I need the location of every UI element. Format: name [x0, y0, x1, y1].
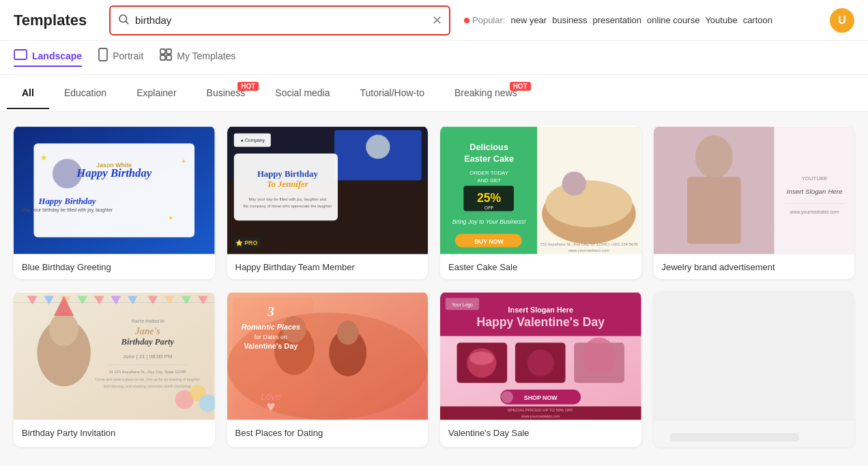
- svg-text:732 Anywhere St., Any City, ST: 732 Anywhere St., Any City, ST 12345 | +…: [540, 242, 638, 246]
- svg-rect-9: [33, 143, 194, 237]
- svg-point-21: [366, 135, 390, 159]
- my-templates-icon: [160, 48, 172, 63]
- template-label-team-member: Happy Birthday Team Member: [227, 255, 429, 279]
- svg-rect-6: [160, 55, 165, 60]
- svg-text:Birthday Party: Birthday Party: [121, 337, 175, 347]
- svg-text:25%: 25%: [477, 191, 502, 205]
- svg-text:June | 21 | 08:00 PM: June | 21 | 08:00 PM: [123, 353, 172, 360]
- svg-point-112: [501, 391, 513, 403]
- template-card-jewelry[interactable]: YOUTUBE Insert Slogan Here www.yourmedia…: [654, 126, 855, 279]
- svg-text:✦: ✦: [168, 214, 173, 222]
- tag-youtube[interactable]: Youtube: [705, 15, 737, 25]
- popular-dot-icon: [464, 18, 469, 23]
- tag-presentation[interactable]: presentation: [592, 15, 641, 25]
- tag-cartoon[interactable]: cartoon: [743, 15, 772, 25]
- page-title: Templates: [14, 12, 96, 29]
- cat-tab-explainer[interactable]: Explainer: [121, 78, 191, 109]
- svg-text:★: ★: [40, 153, 48, 162]
- cat-tab-business[interactable]: Business HOT: [192, 78, 261, 109]
- svg-text:AND GET: AND GET: [477, 177, 501, 184]
- landscape-icon: [14, 49, 27, 63]
- svg-text:✦: ✦: [181, 158, 186, 165]
- svg-point-108: [469, 351, 493, 365]
- thumb-empty: [654, 291, 855, 421]
- tab-landscape[interactable]: Landscape: [14, 49, 82, 67]
- cat-tab-breaking-news[interactable]: Breaking news HOT: [439, 78, 532, 109]
- svg-point-45: [545, 180, 633, 227]
- cat-label-breaking-news: Breaking news: [454, 87, 517, 98]
- template-content: Happy Birthday May your birthday be fill…: [0, 112, 868, 461]
- tab-portrait[interactable]: Portrait: [98, 48, 143, 68]
- svg-text:● Company: ● Company: [240, 138, 265, 143]
- svg-text:3: 3: [266, 304, 274, 319]
- hot-badge-business: HOT: [237, 82, 259, 91]
- svg-text:OFF: OFF: [484, 205, 494, 210]
- svg-text:Valentine's Day: Valentine's Day: [244, 342, 298, 350]
- svg-rect-4: [160, 49, 165, 54]
- svg-text:May your birthday be filled wi: May your birthday be filled with joy, la…: [22, 207, 113, 213]
- thumb-best-places: 3 Romantic Places for Dates on Valentine…: [227, 291, 429, 421]
- svg-text:www.yourmediabiz.com: www.yourmediabiz.com: [789, 209, 839, 215]
- svg-text:Romantic Places: Romantic Places: [241, 323, 300, 331]
- cat-label-social-media: Social media: [275, 87, 330, 98]
- template-card-easter-cake[interactable]: Delicious Easter Cake ORDER TODAY AND GE…: [440, 126, 641, 279]
- search-input[interactable]: [135, 14, 432, 26]
- svg-text:and dancing, and creating memo: and dancing, and creating memories worth…: [104, 384, 192, 388]
- template-card-empty: [654, 291, 855, 447]
- svg-text:Bring Joy to Your Business!: Bring Joy to Your Business!: [452, 218, 526, 225]
- svg-text:⭐ PRO: ⭐ PRO: [235, 239, 257, 247]
- user-avatar[interactable]: U: [830, 8, 854, 33]
- tab-my-templates[interactable]: My Templates: [160, 48, 235, 68]
- cat-tab-education[interactable]: Education: [49, 78, 121, 109]
- template-card-blue-birthday[interactable]: Happy Birthday May your birthday be fill…: [14, 126, 215, 279]
- cat-tab-social-media[interactable]: Social media: [260, 78, 345, 109]
- thumb-blue-birthday: Happy Birthday May your birthday be fill…: [14, 126, 215, 255]
- cat-tab-tutorial[interactable]: Tutorial/How-to: [345, 78, 439, 109]
- cat-tab-all[interactable]: All: [7, 78, 49, 109]
- tab-my-templates-label: My Templates: [177, 50, 235, 61]
- thumb-jewelry: YOUTUBE Insert Slogan Here www.yourmedia…: [654, 126, 855, 255]
- svg-point-90: [336, 321, 358, 345]
- template-card-best-places[interactable]: 3 Romantic Places for Dates on Valentine…: [227, 291, 429, 447]
- template-label-birthday-party: Birthday Party Invitation: [14, 421, 215, 445]
- svg-point-110: [582, 338, 616, 375]
- hot-badge-breaking-news: HOT: [510, 82, 531, 91]
- search-bar: ✕: [109, 5, 450, 35]
- svg-text:You're invited to: You're invited to: [131, 319, 164, 323]
- svg-point-109: [527, 349, 554, 376]
- template-card-valentines[interactable]: Your Logo Insert Slogan Here Happy Valen…: [440, 291, 641, 447]
- svg-line-1: [126, 21, 128, 23]
- tab-portrait-label: Portrait: [113, 50, 143, 61]
- template-card-birthday-party[interactable]: You're invited to Jane's Birthday Party …: [14, 291, 215, 447]
- svg-text:the company of those who appre: the company of those who appreciate the …: [243, 204, 332, 208]
- svg-text:BUY NOW: BUY NOW: [474, 238, 504, 245]
- view-tabs: Landscape Portrait My Templates: [0, 41, 868, 75]
- svg-text:for Dates on: for Dates on: [254, 334, 287, 340]
- tag-online-course[interactable]: online course: [647, 15, 699, 25]
- svg-text:Your Logo: Your Logo: [452, 302, 473, 308]
- svg-rect-2: [14, 50, 27, 59]
- svg-text:SPECIAL PRICES! UP TO 50% OFF.: SPECIAL PRICES! UP TO 50% OFF.: [508, 408, 574, 412]
- tag-new-year[interactable]: new year: [510, 15, 547, 25]
- svg-rect-7: [167, 55, 171, 60]
- template-label-best-places: Best Places for Dating: [227, 421, 429, 445]
- cat-label-tutorial: Tutorial/How-to: [360, 87, 424, 98]
- svg-text:Come and raise a glass to me. : Come and raise a glass to me. Join us fo…: [95, 377, 200, 381]
- svg-text:Delicious: Delicious: [469, 142, 508, 152]
- template-label-valentines: Valentine's Day Sale: [440, 421, 641, 445]
- svg-text:YOUTUBE: YOUTUBE: [801, 175, 827, 181]
- clear-icon[interactable]: ✕: [432, 13, 442, 28]
- svg-text:Happy Birthday: Happy Birthday: [257, 169, 318, 179]
- cat-label-explainer: Explainer: [136, 87, 176, 98]
- template-grid: Happy Birthday May your birthday be fill…: [14, 126, 854, 447]
- template-card-team-member[interactable]: Happy Birthday To Jennifer May your day …: [227, 126, 429, 279]
- svg-text:ORDER TODAY: ORDER TODAY: [469, 170, 508, 176]
- popular-row: Popular: new year business presentation …: [464, 15, 816, 25]
- tag-business[interactable]: business: [552, 15, 587, 25]
- cat-label-education: Education: [64, 87, 106, 98]
- search-icon: [117, 13, 130, 28]
- template-label-empty: [654, 421, 855, 447]
- template-label-easter-cake: Easter Cake Sale: [440, 255, 641, 279]
- svg-point-72: [49, 312, 78, 346]
- svg-text:Insert Slogan Here: Insert Slogan Here: [786, 188, 842, 195]
